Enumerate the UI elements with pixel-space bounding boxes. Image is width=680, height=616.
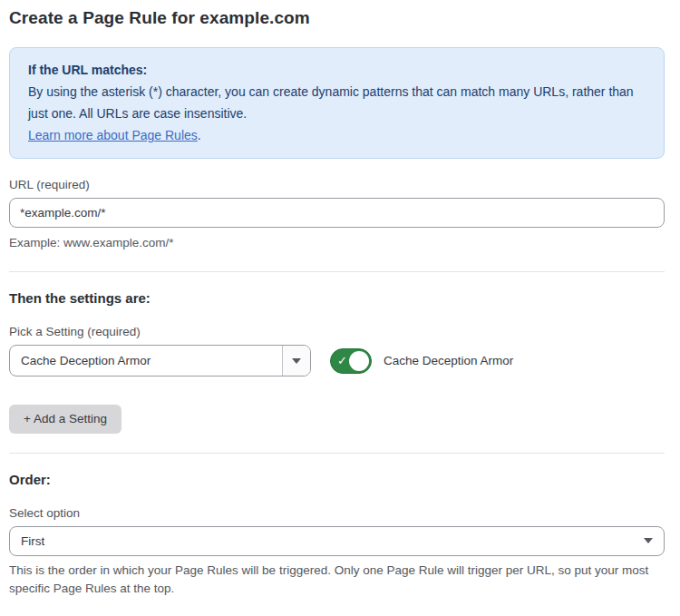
cache-deception-armor-toggle[interactable]: ✓ bbox=[330, 348, 372, 374]
order-helper-text: This is the order in which your Page Rul… bbox=[9, 562, 665, 598]
order-select-label: Select option bbox=[9, 506, 665, 520]
checkmark-icon: ✓ bbox=[337, 355, 347, 367]
divider bbox=[9, 271, 665, 272]
toggle-label: Cache Deception Armor bbox=[384, 354, 513, 367]
toggle-knob bbox=[349, 351, 369, 371]
order-section-heading: Order: bbox=[9, 472, 665, 487]
info-box-link-line: Learn more about Page Rules. bbox=[28, 124, 646, 146]
info-box-body: By using the asterisk (*) character, you… bbox=[28, 81, 646, 124]
order-select-value: First bbox=[21, 534, 44, 548]
url-field-helper: Example: www.example.com/* bbox=[9, 234, 665, 252]
page-title: Create a Page Rule for example.com bbox=[9, 8, 665, 28]
create-page-rule-form: Create a Page Rule for example.com If th… bbox=[9, 0, 665, 616]
url-field-label: URL (required) bbox=[9, 178, 665, 191]
setting-picker-dropdown-button[interactable] bbox=[282, 346, 310, 376]
divider bbox=[9, 453, 665, 454]
url-matches-info-box: If the URL matches: By using the asteris… bbox=[9, 47, 665, 159]
link-suffix: . bbox=[198, 128, 201, 142]
chevron-down-icon bbox=[292, 358, 301, 364]
setting-picker-value: Cache Deception Armor bbox=[10, 346, 282, 376]
settings-section-heading: Then the settings are: bbox=[9, 290, 665, 306]
learn-more-link[interactable]: Learn more about Page Rules bbox=[28, 128, 198, 142]
order-select[interactable]: First bbox=[9, 526, 665, 556]
chevron-down-icon bbox=[644, 538, 653, 543]
setting-picker-dropdown[interactable]: Cache Deception Armor bbox=[9, 345, 311, 376]
setting-row: Cache Deception Armor ✓ Cache Deception … bbox=[9, 345, 665, 376]
add-setting-button[interactable]: + Add a Setting bbox=[9, 405, 121, 434]
pick-setting-label: Pick a Setting (required) bbox=[9, 325, 665, 338]
url-input[interactable] bbox=[9, 198, 665, 228]
info-box-heading: If the URL matches: bbox=[28, 59, 646, 81]
